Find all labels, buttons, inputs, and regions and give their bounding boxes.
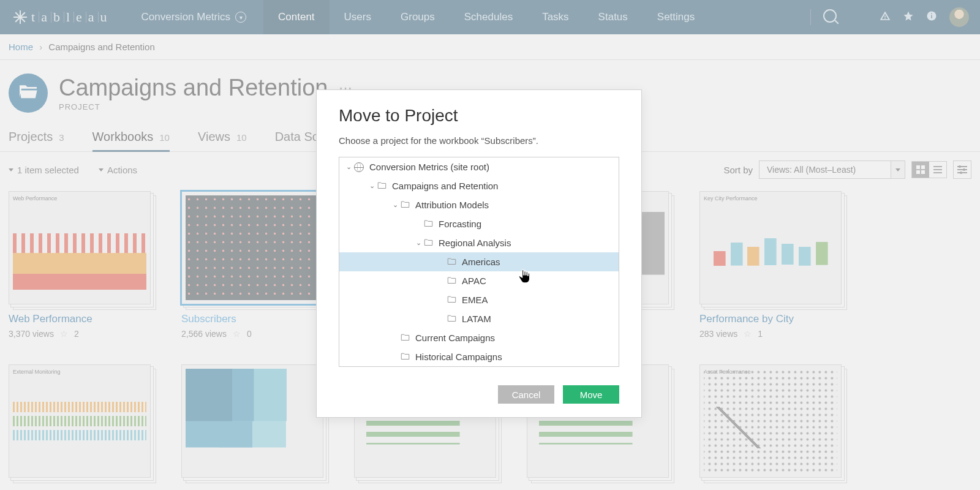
tree-row[interactable]: ⌄Conversion Metrics (site root) [339, 157, 619, 176]
dialog-title: Move to Project [339, 106, 619, 126]
folder-icon [447, 314, 456, 324]
tree-label: Current Campaigns [415, 333, 495, 343]
move-to-project-dialog: Move to Project Choose a project for the… [316, 89, 642, 418]
folder-icon [377, 181, 386, 191]
tree-label: EMEA [462, 295, 488, 305]
folder-icon [401, 200, 410, 210]
tree-expand-icon[interactable]: ⌄ [369, 182, 375, 190]
tree-expand-icon[interactable]: ⌄ [415, 239, 421, 247]
tree-label: LATAM [462, 314, 491, 324]
folder-icon [401, 333, 410, 343]
folder-icon [424, 238, 433, 248]
tree-row[interactable]: Historical Campaigns [339, 347, 619, 366]
tree-row[interactable]: Forcasting [339, 214, 619, 233]
tree-row[interactable]: APAC [339, 271, 619, 290]
tree-row[interactable]: Americas [339, 252, 619, 271]
folder-icon [447, 276, 456, 286]
project-tree: ⌄Conversion Metrics (site root)⌄Campaign… [339, 157, 619, 367]
tree-label: Attribution Models [415, 200, 489, 210]
tree-row[interactable]: ⌄Regional Analysis [339, 233, 619, 252]
globe-icon [354, 162, 364, 172]
folder-icon [401, 352, 410, 362]
folder-icon [447, 295, 456, 305]
folder-icon [424, 219, 433, 229]
tree-row[interactable]: ⌄Campaigns and Retention [339, 176, 619, 195]
tree-expand-icon[interactable]: ⌄ [345, 163, 352, 171]
cancel-button[interactable]: Cancel [498, 385, 554, 404]
tree-label: Conversion Metrics (site root) [369, 162, 489, 172]
tree-label: Regional Analysis [439, 238, 511, 248]
folder-icon [447, 257, 456, 267]
tree-label: APAC [462, 276, 486, 286]
dialog-subtitle: Choose a project for the workbook “Subsc… [339, 135, 619, 146]
tree-label: Campaigns and Retention [392, 181, 498, 191]
tree-label: Historical Campaigns [415, 352, 502, 362]
move-button[interactable]: Move [563, 385, 619, 404]
tree-row[interactable]: EMEA [339, 290, 619, 309]
tree-row[interactable]: LATAM [339, 309, 619, 328]
tree-label: Forcasting [439, 219, 481, 229]
tree-label: Americas [462, 257, 500, 267]
tree-row[interactable]: ⌄Attribution Models [339, 195, 619, 214]
tree-row[interactable]: Current Campaigns [339, 328, 619, 347]
tree-expand-icon[interactable]: ⌄ [392, 201, 398, 209]
